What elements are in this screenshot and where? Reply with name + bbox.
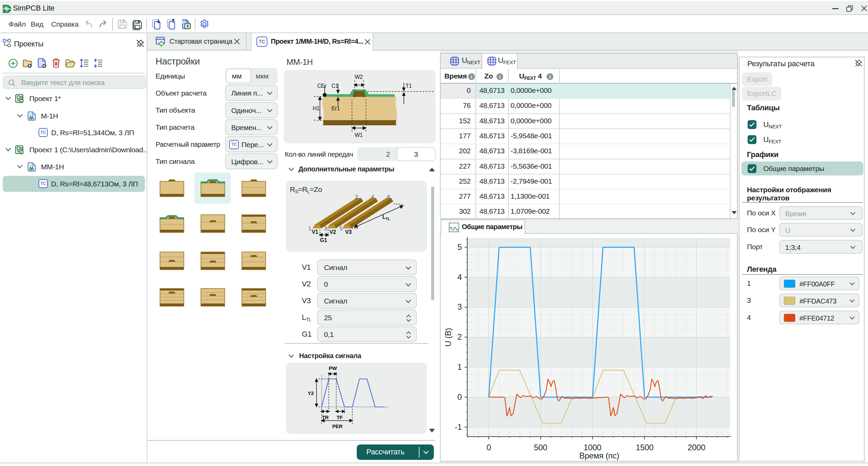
svg-text:i: i bbox=[549, 74, 551, 80]
svg-text:W2: W2 bbox=[355, 74, 363, 80]
svg-text:T1: T1 bbox=[406, 83, 412, 89]
svg-text:0: 0 bbox=[457, 392, 462, 401]
svg-text:C1: C1 bbox=[332, 83, 338, 89]
svg-text:LTL: LTL bbox=[382, 214, 390, 221]
svg-text:CEr: CEr bbox=[317, 83, 327, 89]
svg-text:i: i bbox=[471, 74, 472, 80]
svg-text:-1: -1 bbox=[455, 422, 462, 432]
svg-text:i: i bbox=[499, 74, 501, 80]
svg-text:5: 5 bbox=[340, 226, 343, 231]
svg-text:TR: TR bbox=[322, 414, 329, 420]
svg-text:1: 1 bbox=[308, 226, 311, 231]
svg-text:PW: PW bbox=[329, 365, 337, 371]
svg-text:1500: 1500 bbox=[636, 443, 653, 452]
svg-text:4: 4 bbox=[371, 194, 374, 200]
svg-text:1000: 1000 bbox=[584, 443, 601, 452]
svg-text:V3: V3 bbox=[345, 229, 352, 235]
svg-text:0: 0 bbox=[486, 443, 491, 452]
svg-text:U (В): U (В) bbox=[443, 328, 453, 347]
svg-text:Er1: Er1 bbox=[332, 105, 340, 111]
svg-text:3: 3 bbox=[324, 226, 327, 231]
svg-text:V2: V2 bbox=[329, 229, 336, 235]
svg-text:Y2: Y2 bbox=[308, 390, 314, 396]
svg-text:G1: G1 bbox=[320, 237, 327, 243]
svg-text:2: 2 bbox=[457, 332, 462, 341]
svg-text:3: 3 bbox=[457, 302, 462, 311]
svg-text:X: X bbox=[186, 24, 189, 29]
svg-text:Время (пс): Время (пс) bbox=[579, 451, 619, 460]
svg-text:6: 6 bbox=[387, 194, 390, 200]
svg-text:2000: 2000 bbox=[688, 443, 705, 452]
svg-text:500: 500 bbox=[534, 443, 547, 452]
svg-text:H1: H1 bbox=[313, 105, 320, 111]
svg-text:5: 5 bbox=[457, 242, 462, 252]
svg-text:4: 4 bbox=[457, 272, 462, 282]
svg-text:RS=RL=Zo: RS=RL=Zo bbox=[290, 185, 322, 194]
svg-text:1: 1 bbox=[457, 362, 462, 371]
svg-text:2: 2 bbox=[355, 194, 358, 200]
svg-text:W1: W1 bbox=[355, 132, 363, 138]
svg-text:PER: PER bbox=[332, 423, 342, 429]
svg-text:TF: TF bbox=[337, 414, 343, 420]
svg-text:V1: V1 bbox=[312, 229, 318, 235]
